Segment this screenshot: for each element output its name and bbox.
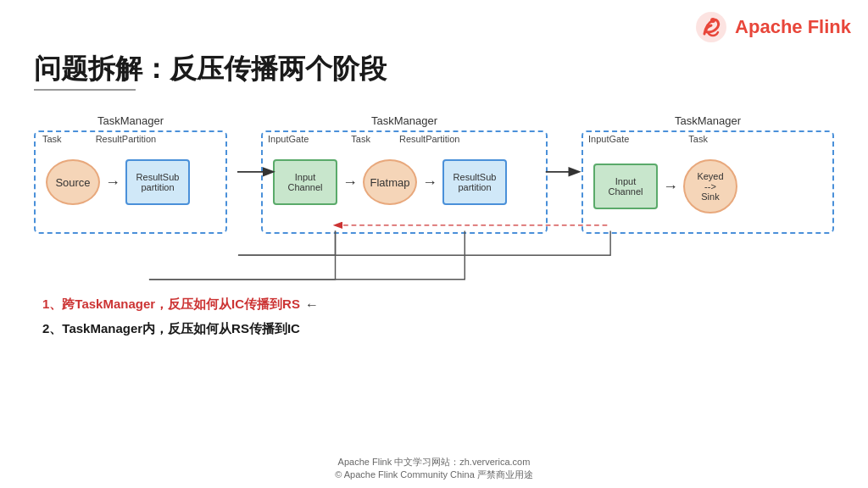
annotation-area: 1、跨TaskManager，反压如何从IC传播到RS ← 2、TaskMana… <box>42 297 319 337</box>
source-node: Source <box>46 159 100 205</box>
input-channel-1-node: InputChannel <box>273 159 337 205</box>
arrow1: → <box>105 174 120 191</box>
diagram-area: TaskManager Task ResultPartition Source … <box>17 97 851 437</box>
annotation1-text: 1、跨TaskManager，反压如何从IC传播到RS <box>42 297 300 313</box>
footer-line2: © Apache Flink Community China 严禁商业用途 <box>0 469 868 481</box>
result-sub-1-node: ResultSubpartition <box>125 159 190 205</box>
tm1-label: TaskManager <box>34 114 227 127</box>
tm1-rp-label: ResultPartition <box>96 134 157 144</box>
tm2-rp-label: ResultPartition <box>399 134 460 144</box>
logo-text: Apache Flink <box>735 16 851 38</box>
title-underline <box>34 89 136 91</box>
annotation1-arrow: ← <box>305 297 319 313</box>
tm1-task-label: Task <box>42 134 62 144</box>
footer-line1: Apache Flink 中文学习网站：zh.ververica.com <box>0 456 868 469</box>
tm2-label: TaskManager <box>261 114 548 127</box>
arrow2: → <box>342 174 358 191</box>
tm3-inputgate-label: InputGate <box>588 134 629 144</box>
tm3-task-label: Task <box>688 134 708 144</box>
arrow4: → <box>663 178 678 196</box>
annotation2-text: 2、TaskManager内，反压如何从RS传播到IC <box>42 321 300 336</box>
svg-point-0 <box>696 12 726 42</box>
page-title: 问题拆解：反压传播两个阶段 <box>34 51 387 88</box>
footer: Apache Flink 中文学习网站：zh.ververica.com © A… <box>0 456 868 481</box>
flatmap-node: Flatmap <box>363 159 417 205</box>
tm2-inputgate-label: InputGate <box>268 134 309 144</box>
input-channel-2-node: InputChannel <box>593 164 658 209</box>
svg-point-1 <box>710 18 715 23</box>
tm3-label: TaskManager <box>581 114 834 127</box>
flink-logo-icon <box>694 10 728 44</box>
logo-area: Apache Flink <box>694 10 851 44</box>
arrow3: → <box>422 174 437 191</box>
tm2-task-label: Task <box>351 134 370 144</box>
keyed-sink-node: Keyed-->Sink <box>683 159 737 214</box>
result-sub-2-node: ResultSubpartition <box>442 159 507 205</box>
